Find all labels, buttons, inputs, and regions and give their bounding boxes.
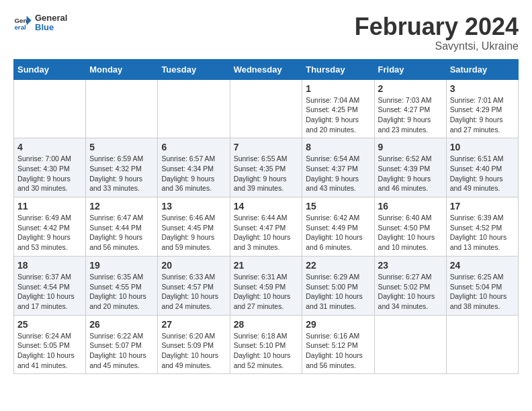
day-number: 1 (306, 83, 370, 94)
day-number: 7 (234, 142, 299, 152)
calendar-cell: 27Sunrise: 6:20 AM Sunset: 5:09 PM Dayli… (158, 315, 230, 374)
title-section: February 2024 Savyntsi, Ukraine (355, 13, 519, 52)
svg-marker-2 (27, 16, 32, 26)
header-cell-friday: Friday (374, 59, 446, 79)
day-info: Sunrise: 6:18 AM Sunset: 5:10 PM Dayligh… (234, 331, 299, 371)
day-number: 8 (306, 142, 370, 152)
day-info: Sunrise: 6:27 AM Sunset: 5:02 PM Dayligh… (378, 272, 443, 312)
day-info: Sunrise: 6:33 AM Sunset: 4:57 PM Dayligh… (161, 272, 226, 312)
day-info: Sunrise: 7:03 AM Sunset: 4:27 PM Dayligh… (378, 95, 443, 135)
day-number: 12 (89, 201, 154, 212)
day-info: Sunrise: 6:31 AM Sunset: 4:59 PM Dayligh… (234, 272, 299, 312)
day-info: Sunrise: 7:01 AM Sunset: 4:29 PM Dayligh… (450, 95, 515, 135)
logo-text-blue: Blue (35, 23, 67, 32)
calendar-cell: 12Sunrise: 6:47 AM Sunset: 4:44 PM Dayli… (86, 197, 158, 257)
day-number: 26 (89, 319, 154, 330)
day-number: 10 (450, 142, 515, 152)
calendar-cell (14, 79, 86, 138)
logo-icon: Gen eral (13, 13, 32, 32)
day-info: Sunrise: 6:20 AM Sunset: 5:09 PM Dayligh… (161, 331, 226, 371)
calendar-cell: 7Sunrise: 6:55 AM Sunset: 4:35 PM Daylig… (230, 138, 302, 197)
calendar-cell: 8Sunrise: 6:54 AM Sunset: 4:37 PM Daylig… (302, 138, 374, 197)
day-number: 6 (161, 142, 226, 152)
day-number: 3 (450, 83, 515, 94)
calendar-cell: 26Sunrise: 6:22 AM Sunset: 5:07 PM Dayli… (86, 315, 158, 374)
day-info: Sunrise: 6:42 AM Sunset: 4:49 PM Dayligh… (306, 213, 370, 253)
calendar-cell: 3Sunrise: 7:01 AM Sunset: 4:29 PM Daylig… (446, 79, 518, 138)
logo-text-general: General (35, 13, 67, 23)
calendar-cell: 28Sunrise: 6:18 AM Sunset: 5:10 PM Dayli… (230, 315, 302, 374)
week-row-2: 4Sunrise: 7:00 AM Sunset: 4:30 PM Daylig… (14, 138, 519, 197)
calendar-cell (374, 315, 446, 374)
calendar-cell: 24Sunrise: 6:25 AM Sunset: 5:04 PM Dayli… (446, 256, 518, 315)
week-row-1: 1Sunrise: 7:04 AM Sunset: 4:25 PM Daylig… (14, 79, 519, 138)
day-info: Sunrise: 6:52 AM Sunset: 4:39 PM Dayligh… (378, 154, 443, 193)
day-info: Sunrise: 6:29 AM Sunset: 5:00 PM Dayligh… (306, 272, 370, 312)
calendar-cell: 6Sunrise: 6:57 AM Sunset: 4:34 PM Daylig… (158, 138, 230, 197)
header-cell-sunday: Sunday (14, 59, 86, 79)
calendar-cell: 19Sunrise: 6:35 AM Sunset: 4:55 PM Dayli… (86, 256, 158, 315)
calendar-cell: 16Sunrise: 6:40 AM Sunset: 4:50 PM Dayli… (374, 197, 446, 257)
calendar-cell: 23Sunrise: 6:27 AM Sunset: 5:02 PM Dayli… (374, 256, 446, 315)
logo: Gen eral General Blue (13, 13, 67, 33)
calendar-cell (86, 79, 158, 138)
day-info: Sunrise: 6:39 AM Sunset: 4:52 PM Dayligh… (450, 213, 515, 253)
calendar-cell: 18Sunrise: 6:37 AM Sunset: 4:54 PM Dayli… (14, 256, 86, 315)
calendar-cell: 9Sunrise: 6:52 AM Sunset: 4:39 PM Daylig… (374, 138, 446, 197)
header-cell-tuesday: Tuesday (158, 59, 230, 79)
day-info: Sunrise: 6:37 AM Sunset: 4:54 PM Dayligh… (17, 272, 82, 312)
day-info: Sunrise: 6:47 AM Sunset: 4:44 PM Dayligh… (89, 213, 154, 253)
day-number: 19 (89, 260, 154, 271)
calendar-cell (230, 79, 302, 138)
calendar-cell (446, 315, 518, 374)
day-info: Sunrise: 6:51 AM Sunset: 4:40 PM Dayligh… (450, 154, 515, 193)
day-number: 17 (450, 201, 515, 212)
day-number: 27 (161, 319, 226, 330)
week-row-4: 18Sunrise: 6:37 AM Sunset: 4:54 PM Dayli… (14, 256, 519, 315)
calendar-header: SundayMondayTuesdayWednesdayThursdayFrid… (14, 59, 519, 79)
day-info: Sunrise: 7:00 AM Sunset: 4:30 PM Dayligh… (17, 154, 82, 193)
day-info: Sunrise: 6:46 AM Sunset: 4:45 PM Dayligh… (161, 213, 226, 253)
day-number: 20 (161, 260, 226, 271)
calendar-table: SundayMondayTuesdayWednesdayThursdayFrid… (13, 59, 519, 375)
day-info: Sunrise: 6:16 AM Sunset: 5:12 PM Dayligh… (306, 331, 370, 371)
calendar-cell: 4Sunrise: 7:00 AM Sunset: 4:30 PM Daylig… (14, 138, 86, 197)
header-cell-monday: Monday (86, 59, 158, 79)
week-row-3: 11Sunrise: 6:49 AM Sunset: 4:42 PM Dayli… (14, 197, 519, 257)
day-number: 22 (306, 260, 370, 271)
calendar-cell: 11Sunrise: 6:49 AM Sunset: 4:42 PM Dayli… (14, 197, 86, 257)
calendar-title: February 2024 (355, 13, 519, 40)
day-number: 5 (89, 142, 154, 152)
day-info: Sunrise: 6:24 AM Sunset: 5:05 PM Dayligh… (17, 331, 82, 371)
day-number: 9 (378, 142, 443, 152)
day-number: 2 (378, 83, 443, 94)
day-info: Sunrise: 6:44 AM Sunset: 4:47 PM Dayligh… (234, 213, 299, 253)
day-number: 11 (17, 201, 82, 212)
calendar-cell: 14Sunrise: 6:44 AM Sunset: 4:47 PM Dayli… (230, 197, 302, 257)
calendar-cell: 29Sunrise: 6:16 AM Sunset: 5:12 PM Dayli… (302, 315, 374, 374)
day-number: 29 (306, 319, 370, 330)
calendar-cell: 22Sunrise: 6:29 AM Sunset: 5:00 PM Dayli… (302, 256, 374, 315)
calendar-cell (158, 79, 230, 138)
calendar-cell: 10Sunrise: 6:51 AM Sunset: 4:40 PM Dayli… (446, 138, 518, 197)
day-info: Sunrise: 6:57 AM Sunset: 4:34 PM Dayligh… (161, 154, 226, 193)
header-cell-saturday: Saturday (446, 59, 518, 79)
day-info: Sunrise: 6:55 AM Sunset: 4:35 PM Dayligh… (234, 154, 299, 193)
calendar-cell: 13Sunrise: 6:46 AM Sunset: 4:45 PM Dayli… (158, 197, 230, 257)
day-number: 24 (450, 260, 515, 271)
calendar-cell: 5Sunrise: 6:59 AM Sunset: 4:32 PM Daylig… (86, 138, 158, 197)
day-info: Sunrise: 6:59 AM Sunset: 4:32 PM Dayligh… (89, 154, 154, 193)
calendar-cell: 17Sunrise: 6:39 AM Sunset: 4:52 PM Dayli… (446, 197, 518, 257)
calendar-subtitle: Savyntsi, Ukraine (355, 40, 519, 52)
day-number: 13 (161, 201, 226, 212)
day-number: 14 (234, 201, 299, 212)
calendar-cell: 21Sunrise: 6:31 AM Sunset: 4:59 PM Dayli… (230, 256, 302, 315)
day-info: Sunrise: 7:04 AM Sunset: 4:25 PM Dayligh… (306, 95, 370, 135)
day-number: 16 (378, 201, 443, 212)
calendar-cell: 2Sunrise: 7:03 AM Sunset: 4:27 PM Daylig… (374, 79, 446, 138)
day-number: 21 (234, 260, 299, 271)
day-number: 25 (17, 319, 82, 330)
calendar-cell: 15Sunrise: 6:42 AM Sunset: 4:49 PM Dayli… (302, 197, 374, 257)
page-header: Gen eral General Blue February 2024 Savy… (13, 13, 519, 52)
header-cell-wednesday: Wednesday (230, 59, 302, 79)
